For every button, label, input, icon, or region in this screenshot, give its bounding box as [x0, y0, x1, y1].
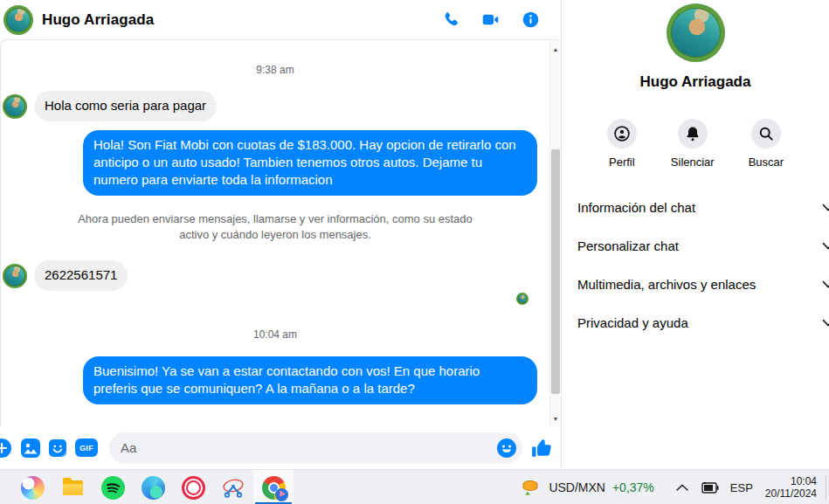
scroll-up-arrow[interactable]: ▲	[550, 43, 561, 55]
mute-label: Silenciar	[671, 155, 715, 169]
sent-message-row: Buenisimo! Ya se van a estar contactando…	[1, 356, 549, 404]
message-input-wrap	[109, 432, 522, 464]
search-label: Buscar	[749, 155, 784, 169]
profile-icon	[607, 119, 637, 148]
section-customize-chat[interactable]: Personalizar chat	[562, 226, 829, 265]
messenger-app: Hugo Arriagada 9:38 am Hola como seria p…	[0, 0, 829, 504]
received-message-row: 2622561571	[1, 260, 549, 291]
tray-time: 10:04	[765, 475, 817, 487]
message-scroll-area: 9:38 am Hola como seria para pagar Hola!…	[0, 39, 561, 426]
timestamp: 10:04 am	[1, 328, 549, 341]
info-icon[interactable]	[522, 10, 540, 29]
section-label: Información del chat	[577, 200, 695, 215]
received-bubble[interactable]: 2622561571	[34, 260, 128, 291]
system-notice: Ahora pueden enviarse mensajes, llamarse…	[66, 211, 485, 243]
tray-date: 20/11/2024	[765, 487, 817, 500]
hidden-icons-caret[interactable]	[676, 484, 688, 491]
sidebar-actions: Perfil Silenciar Buscar	[562, 119, 829, 169]
profile-button[interactable]: Perfil	[607, 119, 637, 169]
seen-avatar[interactable]	[516, 293, 528, 305]
section-label: Personalizar chat	[577, 238, 679, 253]
taskbar-snipping-tool-icon[interactable]	[213, 470, 253, 504]
taskbar-opera-icon[interactable]	[173, 470, 213, 504]
seen-indicator-row	[1, 293, 549, 305]
coins-icon	[520, 477, 541, 498]
received-message-row: Hola como seria para pagar	[1, 91, 549, 121]
sent-bubble[interactable]: Hola! Son Fiat Mobi con cuotas de $183.0…	[83, 130, 537, 196]
battery-charging-icon[interactable]	[700, 482, 719, 494]
received-bubble[interactable]: Hola como seria para pagar	[34, 91, 217, 121]
chevron-down-icon	[822, 242, 829, 250]
system-tray: USD/MXN +0,37% ESP 10:04 20/11/2024	[520, 470, 829, 504]
profile-avatar-large[interactable]	[667, 3, 725, 62]
chat-header-actions	[441, 10, 540, 29]
bell-icon	[678, 119, 708, 148]
currency-ticker[interactable]: USD/MXN +0,37%	[520, 477, 653, 498]
chat-title[interactable]: Hugo Arriagada	[42, 11, 154, 29]
section-label: Multimedia, archivos y enlaces	[577, 277, 756, 292]
phone-call-icon[interactable]	[441, 10, 459, 29]
mute-button[interactable]: Silenciar	[671, 119, 715, 169]
more-actions-icon[interactable]	[0, 438, 11, 458]
section-chat-info[interactable]: Información del chat	[562, 188, 829, 226]
section-privacy-help[interactable]: Privacidad y ayuda	[562, 303, 829, 342]
taskbar-spotify-icon[interactable]	[93, 470, 133, 504]
section-media-files-links[interactable]: Multimedia, archivos y enlaces	[562, 265, 829, 303]
chat-header: Hugo Arriagada	[0, 0, 561, 39]
message-input[interactable]	[109, 432, 522, 464]
chevron-down-icon	[822, 204, 829, 211]
contact-avatar[interactable]	[3, 5, 33, 35]
taskbar-chrome-icon[interactable]	[253, 470, 294, 504]
show-desktop-divider[interactable]	[826, 475, 826, 500]
chevron-down-icon	[822, 280, 829, 288]
taskbar-edge-icon[interactable]	[133, 470, 173, 504]
sent-bubble[interactable]: Buenisimo! Ya se van a estar contactando…	[83, 356, 537, 404]
attach-image-icon[interactable]	[21, 438, 40, 458]
taskbar-file-explorer-icon[interactable]	[52, 470, 93, 504]
contact-avatar-small[interactable]	[3, 264, 27, 288]
search-icon	[751, 119, 781, 148]
video-call-icon[interactable]	[481, 10, 500, 29]
message-list: 9:38 am Hola como seria para pagar Hola!…	[1, 40, 549, 426]
chevron-down-icon	[822, 319, 829, 327]
chat-pane: Hugo Arriagada 9:38 am Hola como seria p…	[0, 0, 561, 469]
sticker-icon[interactable]	[48, 438, 67, 458]
chat-details-sidebar: Hugo Arriagada Perfil Silenciar Buscar	[561, 0, 829, 469]
profile-name: Hugo Arriagada	[562, 73, 829, 91]
sidebar-sections: Información del chat Personalizar chat M…	[562, 188, 829, 342]
language-indicator[interactable]: ESP	[730, 481, 753, 494]
section-label: Privacidad y ayuda	[577, 315, 688, 330]
composer-bar: GIF	[0, 426, 561, 469]
taskbar-apps	[12, 470, 294, 504]
ticker-change: +0,37%	[612, 480, 654, 494]
sent-message-row: Hola! Son Fiat Mobi con cuotas de $183.0…	[1, 130, 549, 196]
ticker-pair: USD/MXN	[549, 480, 605, 494]
clock[interactable]: 10:04 20/11/2024	[765, 475, 817, 500]
search-button[interactable]: Buscar	[749, 119, 784, 169]
profile-label: Perfil	[609, 155, 635, 169]
chat-scrollbar[interactable]: ▲ ▼	[549, 41, 561, 426]
contact-avatar-small[interactable]	[3, 94, 27, 119]
taskbar-copilot-icon[interactable]	[12, 470, 52, 504]
thumbs-up-icon[interactable]	[530, 437, 553, 459]
scroll-down-arrow[interactable]: ▼	[550, 412, 561, 425]
scrollbar-thumb[interactable]	[551, 149, 560, 394]
windows-taskbar: USD/MXN +0,37% ESP 10:04 20/11/2024	[0, 469, 829, 504]
gif-icon[interactable]: GIF	[75, 438, 98, 457]
timestamp: 9:38 am	[1, 64, 549, 76]
emoji-icon[interactable]	[497, 438, 516, 458]
